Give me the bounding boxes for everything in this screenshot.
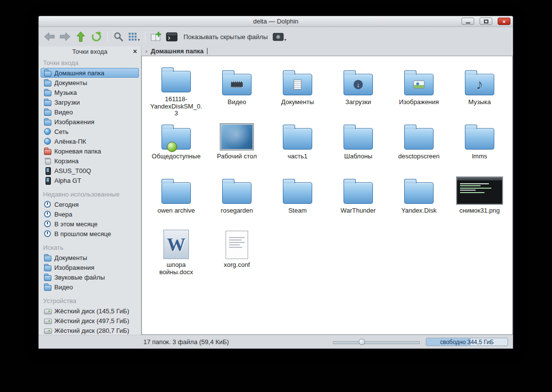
file-label: Музыка [468, 99, 491, 106]
toolbar-menu-icon [273, 33, 284, 41]
file-view[interactable]: 161118-YandexDiskSM_0.3ВидеоДокументыЗаг… [141, 56, 513, 335]
breadcrumb[interactable]: › Домашняя папка [141, 46, 513, 56]
folder-icon [344, 174, 373, 205]
places-panel-header: Точки входа × [39, 46, 141, 56]
sidebar-item[interactable]: Звуковые файлы [41, 272, 139, 282]
sidebar-item[interactable]: Жёсткий диск (497,5 ГиБ) [41, 316, 139, 326]
show-hidden-files-button[interactable]: Показывать скрытые файлы [181, 33, 271, 41]
sidebar-item[interactable]: Корневая папка [41, 146, 139, 156]
music-emblem-icon [476, 76, 483, 93]
window-title: delta — Dolphin [253, 18, 299, 25]
folder-icon [44, 98, 51, 106]
file-item[interactable]: часть1 [267, 117, 328, 172]
sidebar-item[interactable]: Жёсткий диск (145,5 ГиБ) [41, 306, 139, 316]
sidebar-item[interactable]: Музыка [41, 87, 139, 97]
places-panel-title: Точки входа [72, 48, 107, 55]
file-item[interactable]: Рабочий стол [207, 117, 267, 172]
sidebar-item-label: Документы [54, 254, 87, 261]
sidebar-section-header: Точки входа [39, 58, 141, 68]
photo-emblem-icon [414, 81, 425, 89]
text-file-icon [226, 228, 248, 259]
file-label: Рабочий стол [217, 153, 257, 160]
file-item[interactable]: 161118-YandexDiskSM_0.3 [146, 63, 207, 117]
view-mode-button[interactable]: ▾ [127, 29, 141, 44]
sidebar-section-header: Недавно использованные [39, 190, 141, 199]
word-page: W [163, 230, 189, 259]
back-button[interactable] [43, 29, 56, 44]
file-item[interactable]: Изображения [389, 63, 449, 117]
root-folder-icon [44, 147, 51, 155]
file-label: 161118-YandexDiskSM_0.3 [149, 96, 203, 117]
file-item[interactable]: снимок31.png [449, 172, 510, 226]
sidebar-item[interactable]: В прошлом месяце [41, 229, 139, 239]
sidebar-item[interactable]: Изображения [41, 262, 139, 272]
file-item[interactable]: Wшпора войны.docx [146, 226, 207, 280]
sidebar-item[interactable]: Алёнка-ПК [41, 136, 139, 146]
sidebar-item[interactable]: Домашняя папка [41, 68, 139, 78]
terminal-panel-button[interactable] [165, 29, 179, 44]
folder-icon [344, 119, 373, 151]
file-label: Загрузки [345, 99, 371, 106]
sidebar-item[interactable]: Alpha GT [41, 175, 139, 185]
breadcrumb-path[interactable]: Домашняя папка [151, 47, 204, 55]
file-item[interactable]: Документы [267, 63, 328, 117]
zoom-slider[interactable] [333, 338, 420, 347]
phone-device-icon [44, 167, 51, 174]
forward-button[interactable] [58, 29, 72, 44]
sidebar-item[interactable]: ASUS_T00Q [41, 166, 139, 175]
toolbar-menu-button[interactable]: ▾ [273, 29, 286, 44]
file-item[interactable]: Steam [267, 172, 328, 226]
sidebar-item-label: Загрузки [54, 99, 80, 106]
word-document-icon: W [163, 228, 189, 259]
file-label: lmms [472, 153, 487, 160]
sidebar-item[interactable]: Документы [41, 253, 139, 262]
sidebar-item[interactable]: Корзина [41, 156, 139, 166]
sidebar-item[interactable]: Видео [41, 107, 139, 117]
sidebar-item[interactable]: Сегодня [41, 199, 139, 209]
titlebar[interactable]: delta — Dolphin × [39, 16, 513, 27]
sidebar-item-label: Сеть [54, 128, 69, 135]
zoom-slider-handle[interactable] [359, 339, 365, 345]
file-item[interactable]: Общедоступные [146, 117, 207, 172]
desktop-preview-icon [220, 119, 254, 151]
file-item[interactable]: owen archive [146, 172, 207, 226]
file-item[interactable]: Видео [207, 63, 267, 117]
calendar-icon [44, 210, 51, 218]
sidebar-item-label: Корзина [54, 157, 79, 165]
sidebar-item[interactable]: Документы [41, 78, 139, 87]
folder-icon [44, 118, 51, 126]
free-space-label: свободно 344,5 ГиБ [440, 339, 494, 346]
sidebar-item[interactable]: Жёсткий диск (280,7 ГиБ) [41, 326, 139, 335]
places-panel: Точки входа × Точки входаДомашняя папкаД… [39, 46, 141, 335]
file-item[interactable]: rosegarden [207, 172, 267, 226]
reload-button[interactable] [90, 29, 103, 44]
folder-icon [161, 174, 191, 205]
sidebar-item[interactable]: Вчера [41, 209, 139, 219]
sidebar-item[interactable]: Изображения [41, 117, 139, 127]
minimize-button[interactable] [461, 18, 474, 25]
sidebar-item[interactable]: Загрузки [41, 97, 139, 107]
file-item[interactable]: Шаблоны [328, 117, 389, 172]
file-label: Документы [281, 99, 314, 106]
file-item[interactable]: Музыка [449, 63, 510, 117]
sidebar-item[interactable]: Видео [41, 282, 139, 292]
search-button[interactable] [112, 29, 125, 44]
maximize-button[interactable] [480, 18, 492, 25]
file-label: часть1 [288, 153, 307, 160]
file-item[interactable]: Загрузки [328, 63, 389, 117]
file-label: WarThunder [341, 207, 376, 215]
close-button[interactable]: × [498, 18, 510, 25]
file-item[interactable]: Yandex.Disk [389, 172, 449, 226]
up-button[interactable] [74, 29, 88, 44]
sidebar-item[interactable]: Сеть [41, 127, 139, 136]
places-close-button[interactable]: × [133, 47, 137, 56]
file-item[interactable]: lmms [449, 117, 510, 172]
file-item[interactable]: desctopscreen [389, 117, 449, 172]
file-item[interactable]: xorg.conf [207, 226, 267, 280]
split-view-icon [151, 32, 161, 42]
doc-emblem-icon [294, 80, 301, 90]
breadcrumb-chevron-icon[interactable]: › [145, 48, 147, 55]
sidebar-item[interactable]: В этом месяце [41, 219, 139, 229]
file-item[interactable]: WarThunder [328, 172, 389, 226]
split-view-button[interactable] [149, 29, 163, 44]
